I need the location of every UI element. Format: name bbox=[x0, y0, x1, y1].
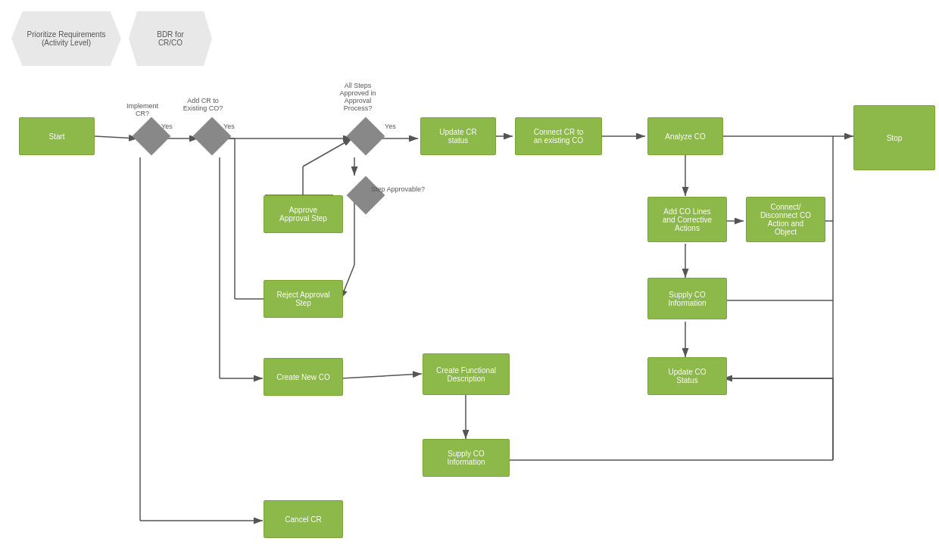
label-step-approvable: Step Approvable? bbox=[371, 185, 454, 193]
flow-yes2: Yes bbox=[223, 123, 235, 130]
approve-step-box: ApproveApproval Step bbox=[264, 195, 343, 233]
label-all-steps: All StepsApproved inApprovalProcess? bbox=[322, 82, 394, 112]
connect-cr-box: Connect CR toan existing CO bbox=[515, 117, 602, 155]
diamond-step-approvable bbox=[347, 176, 385, 214]
create-new-co-label: Create New CO bbox=[276, 373, 330, 381]
swimlane-bdr: BDR forCR/CO bbox=[129, 11, 212, 66]
reject-step-label: Reject ApprovalStep bbox=[276, 291, 329, 307]
update-co-status-label: Update COStatus bbox=[668, 368, 706, 384]
diamond-all-steps bbox=[347, 117, 385, 155]
supply-co-bottom-box: Supply COInformation bbox=[423, 439, 510, 477]
analyze-co-box: Analyze CO bbox=[647, 117, 723, 155]
connect-disconnect-label: Connect/Disconnect COAction andObject bbox=[760, 203, 811, 236]
start-box: Start bbox=[19, 117, 95, 155]
stop-box: Stop bbox=[853, 105, 935, 170]
update-co-status-box: Update COStatus bbox=[647, 357, 727, 395]
svg-line-1 bbox=[95, 136, 138, 138]
approve-step-label: ApproveApproval Step bbox=[279, 206, 327, 222]
stop-label: Stop bbox=[887, 134, 903, 142]
supply-co-bottom-label: Supply COInformation bbox=[447, 450, 485, 466]
supply-co-top-box: Supply COInformation bbox=[647, 278, 727, 319]
create-functional-box: Create FunctionalDescription bbox=[423, 353, 510, 395]
create-new-co-box: Create New CO bbox=[264, 358, 343, 396]
label-add-cr: Add CR toExisting CO? bbox=[173, 97, 233, 112]
update-cr-box: Update CRstatus bbox=[420, 117, 496, 155]
svg-line-36 bbox=[303, 138, 352, 166]
swimlane-bdr-label: BDR forCR/CO bbox=[157, 30, 184, 47]
reject-step-box: Reject ApprovalStep bbox=[264, 280, 343, 318]
connect-disconnect-box: Connect/Disconnect COAction andObject bbox=[746, 197, 825, 242]
cancel-cr-box: Cancel CR bbox=[264, 500, 343, 538]
create-functional-label: Create FunctionalDescription bbox=[436, 366, 496, 383]
swimlane-prioritize: Prioritize Requirements(Activity Level) bbox=[11, 11, 121, 66]
label-implement-cr: ImplementCR? bbox=[112, 102, 173, 117]
swimlane-prioritize-label: Prioritize Requirements(Activity Level) bbox=[27, 30, 106, 47]
start-label: Start bbox=[48, 132, 64, 141]
add-co-lines-box: Add CO Linesand CorrectiveActions bbox=[647, 197, 727, 242]
flow-yes3: Yes bbox=[385, 123, 396, 130]
svg-line-20 bbox=[341, 374, 422, 378]
analyze-co-label: Analyze CO bbox=[665, 132, 705, 141]
connect-cr-label: Connect CR toan existing CO bbox=[534, 128, 584, 145]
update-cr-label: Update CRstatus bbox=[439, 128, 476, 145]
add-co-lines-label: Add CO Linesand CorrectiveActions bbox=[663, 207, 712, 232]
cancel-cr-label: Cancel CR bbox=[285, 515, 321, 524]
diagram-container: Prioritize Requirements(Activity Level) … bbox=[0, 0, 939, 560]
supply-co-top-label: Supply COInformation bbox=[668, 291, 706, 307]
flow-yes1: Yes bbox=[161, 123, 173, 130]
